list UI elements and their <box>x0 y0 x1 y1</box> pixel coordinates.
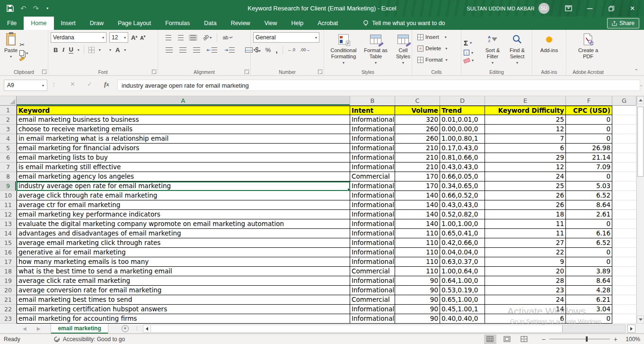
cell-F19[interactable]: 8.64 <box>566 276 612 286</box>
cell-F8[interactable]: 0 <box>566 172 612 181</box>
column-header-f[interactable]: F <box>566 96 612 106</box>
cell-E11[interactable]: 26 <box>485 200 566 210</box>
cell-D10[interactable]: 0.66,0.52,0 <box>440 191 485 200</box>
align-left-button[interactable] <box>164 47 174 53</box>
cell-F22[interactable]: 3.04 <box>566 305 612 314</box>
cell-E21[interactable]: 24 <box>485 295 566 305</box>
scroll-right-icon[interactable] <box>627 325 635 333</box>
cell-A12[interactable]: email marketing key performance indicato… <box>17 210 350 219</box>
minimize-button[interactable]: ─ <box>579 0 600 17</box>
cell-E15[interactable]: 27 <box>485 238 566 248</box>
cell-A17[interactable]: how many marketing emails is too many <box>17 257 350 267</box>
cell-G21[interactable] <box>612 295 636 305</box>
cell-D11[interactable]: 0.43,0.43,0 <box>440 200 485 210</box>
row-header-22[interactable]: 22 <box>0 305 17 314</box>
horizontal-scrollbar[interactable] <box>143 325 626 333</box>
cell-G2[interactable] <box>612 115 636 125</box>
row-header-5[interactable]: 5 <box>0 144 17 153</box>
column-header-c[interactable]: C <box>395 96 440 106</box>
name-box[interactable]: A9▾ <box>4 80 47 91</box>
cell-C18[interactable]: 110 <box>395 267 440 276</box>
ribbon-tab-home[interactable]: Home <box>24 17 53 30</box>
cell-G14[interactable] <box>612 229 636 238</box>
scroll-up-icon[interactable] <box>637 96 644 104</box>
cell-B15[interactable]: Informational <box>350 238 395 248</box>
cell-A6[interactable]: email marketing lists to buy <box>17 153 350 163</box>
decrease-decimal-icon[interactable]: .00→ <box>300 47 310 52</box>
font-size-select[interactable]: 12▾ <box>109 32 128 43</box>
ribbon-tab-review[interactable]: Review <box>224 17 257 30</box>
ribbon-display-options-icon[interactable] <box>558 0 579 17</box>
cell-C12[interactable]: 140 <box>395 210 440 219</box>
restore-button[interactable] <box>600 0 622 17</box>
zoom-in-button[interactable]: + <box>614 335 618 343</box>
row-header-6[interactable]: 6 <box>0 153 17 163</box>
cell-E19[interactable]: 28 <box>485 276 566 286</box>
cell-A13[interactable]: evaluate the digital marketing company w… <box>17 219 350 229</box>
zoom-slider[interactable] <box>549 339 610 339</box>
cell-D16[interactable]: 0.04,0.04,0 <box>440 248 485 257</box>
cell-A11[interactable]: average ctr for email marketing <box>17 200 350 210</box>
addins-button[interactable]: Add-ins <box>535 31 564 54</box>
number-format-select[interactable]: General▾ <box>253 32 319 43</box>
borders-icon[interactable] <box>88 47 95 53</box>
row-header-8[interactable]: 8 <box>0 172 17 181</box>
decrease-indent-button[interactable]: ⇤ <box>205 47 219 53</box>
cell-E13[interactable]: 11 <box>485 219 566 229</box>
font-dialog-launcher[interactable] <box>152 70 157 74</box>
cell-E9[interactable]: 25 <box>485 181 566 191</box>
cell-E6[interactable]: 29 <box>485 153 566 163</box>
cell-F17[interactable]: 0 <box>566 257 612 267</box>
cell-C23[interactable]: 90 <box>395 314 440 324</box>
cell-A14[interactable]: advantages and disadvantages of email ma… <box>17 229 350 238</box>
cell-B2[interactable]: Informational <box>350 115 395 125</box>
cell-G5[interactable] <box>612 144 636 153</box>
cell-B3[interactable]: Informational <box>350 125 395 134</box>
cell-G8[interactable] <box>612 172 636 181</box>
format-painter-button[interactable] <box>19 58 28 60</box>
cell-E5[interactable]: 6 <box>485 144 566 153</box>
formula-input[interactable]: industry average open rate for email mar… <box>117 80 640 91</box>
align-top-button[interactable] <box>164 35 173 41</box>
cell-B7[interactable]: Informational <box>350 163 395 172</box>
cell-E1[interactable]: Keyword Difficulty <box>485 106 566 115</box>
wrap-text-button[interactable]: ab↵ <box>221 34 234 41</box>
underline-button[interactable]: U <box>69 46 73 54</box>
cell-E17[interactable]: 9 <box>485 257 566 267</box>
row-header-9[interactable]: 9 <box>0 181 17 191</box>
cell-E22[interactable]: 14 <box>485 305 566 314</box>
cell-B10[interactable]: Informational <box>350 191 395 200</box>
row-header-21[interactable]: 21 <box>0 295 17 305</box>
cell-D22[interactable]: 0.45,1.00,1 <box>440 305 485 314</box>
ribbon-tab-draw[interactable]: Draw <box>83 17 111 30</box>
vertical-scrollbar[interactable] <box>636 96 644 324</box>
cell-F5[interactable]: 26.98 <box>566 144 612 153</box>
cell-A23[interactable]: email marketing for accounting firms <box>17 314 350 324</box>
insert-function-icon[interactable]: fx <box>104 81 109 88</box>
cell-D19[interactable]: 0.64,1.00,0 <box>440 276 485 286</box>
row-header-13[interactable]: 13 <box>0 219 17 229</box>
cell-B23[interactable]: Informational <box>350 314 395 324</box>
bold-button[interactable]: B <box>53 46 58 54</box>
cell-D14[interactable]: 0.65,0.41,0 <box>440 229 485 238</box>
column-header-e[interactable]: E <box>485 96 566 106</box>
conditional-formatting-button[interactable]: Conditional Formatting▾ <box>326 31 361 69</box>
cell-F3[interactable]: 0 <box>566 125 612 134</box>
cell-G10[interactable] <box>612 191 636 200</box>
cell-G22[interactable] <box>612 305 636 314</box>
cell-A1[interactable]: Keyword <box>17 106 350 115</box>
cell-A22[interactable]: email marketing certification hubspot an… <box>17 305 350 314</box>
scroll-left-icon[interactable] <box>143 325 151 332</box>
undo-icon[interactable]: ↶ <box>20 4 26 13</box>
row-header-18[interactable]: 18 <box>0 267 17 276</box>
number-dialog-launcher[interactable] <box>318 70 323 74</box>
cell-B19[interactable]: Informational <box>350 276 395 286</box>
cell-B9[interactable]: Informational <box>350 181 395 191</box>
cell-F12[interactable]: 2.61 <box>566 210 612 219</box>
cell-G1[interactable] <box>612 106 636 115</box>
cell-B8[interactable]: Commercial <box>350 172 395 181</box>
copy-button[interactable]: ▾ <box>19 50 28 56</box>
row-header-11[interactable]: 11 <box>0 200 17 210</box>
comma-button[interactable]: , <box>275 46 277 54</box>
row-header-2[interactable]: 2 <box>0 115 17 125</box>
